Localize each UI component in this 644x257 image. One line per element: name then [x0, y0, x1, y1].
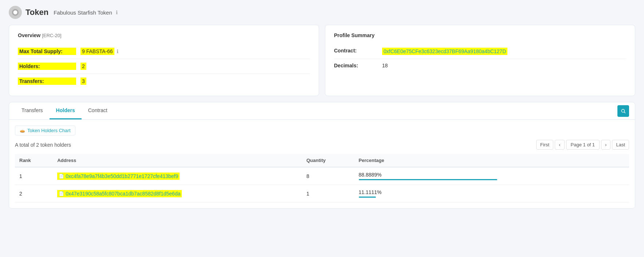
decimals-label: Decimals:: [334, 63, 378, 68]
percentage-bar: [359, 179, 497, 180]
tabs-header: Transfers Holders Contract: [9, 102, 635, 120]
pie-chart-icon: 🥧: [20, 128, 25, 133]
transfers-value: 3: [80, 78, 86, 85]
col-address: Address: [53, 154, 302, 167]
cards-row: Overview [ERC-20] Max Total Supply: 9 FA…: [9, 25, 635, 96]
file-icon: 📄: [59, 191, 64, 196]
page-info: Page 1 of 1: [566, 140, 600, 150]
first-page-button[interactable]: First: [536, 140, 553, 150]
tab-holders[interactable]: Holders: [50, 102, 82, 119]
pagination: First ‹ Page 1 of 1 › Last: [536, 140, 629, 150]
svg-point-1: [621, 109, 624, 112]
profile-row-decimals: Decimals: 18: [334, 59, 626, 72]
tabs-section: Transfers Holders Contract 🥧 Token Holde…: [9, 102, 635, 209]
cell-percentage: 88.8889%: [354, 167, 629, 185]
table-head: Rank Address Quantity Percentage: [15, 154, 629, 167]
holders-label: Holders:: [18, 63, 76, 70]
col-percentage: Percentage: [354, 154, 629, 167]
cell-quantity: 8: [302, 167, 354, 185]
table-row: 1📄0xc4fa78e9a7f4b3e50dd1b2771e1727cfe413…: [15, 167, 629, 185]
col-quantity: Quantity: [302, 154, 354, 167]
percentage-value: 11.1111%: [359, 189, 382, 195]
page-title: Token: [25, 8, 48, 17]
cell-percentage: 11.1111%: [354, 185, 629, 202]
tab-transfers[interactable]: Transfers: [15, 102, 50, 119]
svg-line-2: [624, 112, 625, 113]
token-icon: [9, 6, 22, 19]
overview-row-transfers: Transfers: 3: [18, 74, 310, 88]
overview-card: Overview [ERC-20] Max Total Supply: 9 FA…: [9, 25, 319, 96]
info-icon[interactable]: ℹ: [116, 9, 118, 15]
cell-address: 📄0x47e3190c58a5fc807bca1db7ac8582d8f1d5e…: [53, 185, 302, 202]
holders-value-text: 2: [80, 63, 86, 70]
tab-contract[interactable]: Contract: [82, 102, 114, 119]
tab-content: 🥧 Token Holders Chart A total of 2 token…: [9, 120, 635, 208]
percentage-value: 88.8889%: [359, 172, 382, 178]
overview-row-supply: Max Total Supply: 9 FABSTA-66 ℹ: [18, 44, 310, 59]
profile-card: Profile Summary Contract: 0xfC6E0e75CFe3…: [325, 25, 635, 96]
table-body: 1📄0xc4fa78e9a7f4b3e50dd1b2771e1727cfe413…: [15, 167, 629, 202]
prev-page-button[interactable]: ‹: [555, 140, 564, 150]
supply-label: Max Total Supply:: [18, 48, 76, 55]
percentage-bar: [359, 197, 376, 198]
chart-button[interactable]: 🥧 Token Holders Chart: [15, 126, 75, 135]
main-content: Overview [ERC-20] Max Total Supply: 9 FA…: [0, 25, 644, 217]
holders-summary-row: A total of 2 token holders First ‹ Page …: [15, 140, 629, 150]
supply-value-text: 9 FABSTA-66: [80, 48, 114, 55]
address-link[interactable]: 📄0x47e3190c58a5fc807bca1db7ac8582d8f1d5e…: [57, 190, 182, 197]
profile-row-contract: Contract: 0xfC6E0e75CFe3c6323ecd37BF69Aa…: [334, 44, 626, 59]
supply-info-icon[interactable]: ℹ: [117, 48, 118, 54]
address-link[interactable]: 📄0xc4fa78e9a7f4b3e50dd1b2771e1727cfe413b…: [57, 173, 180, 180]
token-name: Fabulous Starfish Token: [54, 9, 112, 16]
table-row: 2📄0x47e3190c58a5fc807bca1db7ac8582d8f1d5…: [15, 185, 629, 202]
profile-card-title: Profile Summary: [334, 32, 626, 38]
next-page-button[interactable]: ›: [601, 140, 610, 150]
last-page-button[interactable]: Last: [612, 140, 629, 150]
tabs-list: Transfers Holders Contract: [15, 102, 114, 119]
search-button[interactable]: [617, 105, 629, 117]
supply-value: 9 FABSTA-66 ℹ: [80, 48, 118, 55]
contract-address-link[interactable]: 0xfC6E0e75CFe3c6323ecd37BF69Aa9180a4bC12…: [382, 48, 507, 55]
cell-rank: 1: [15, 167, 53, 185]
holders-summary-text: A total of 2 token holders: [15, 142, 71, 148]
cell-quantity: 1: [302, 185, 354, 202]
contract-label: Contract:: [334, 48, 378, 54]
decimals-value: 18: [382, 63, 388, 68]
transfers-value-text: 3: [80, 78, 86, 85]
transfers-label: Transfers:: [18, 78, 76, 85]
overview-row-holders: Holders: 2: [18, 59, 310, 74]
holders-value: 2: [80, 63, 86, 70]
overview-card-title: Overview [ERC-20]: [18, 32, 310, 38]
erc-badge: [ERC-20]: [42, 33, 61, 38]
page-header: Token Fabulous Starfish Token ℹ: [0, 0, 644, 25]
file-icon: 📄: [59, 174, 64, 179]
cell-address: 📄0xc4fa78e9a7f4b3e50dd1b2771e1727cfe413b…: [53, 167, 302, 185]
cell-rank: 2: [15, 185, 53, 202]
col-rank: Rank: [15, 154, 53, 167]
holders-table: Rank Address Quantity Percentage 1📄0xc4f…: [15, 154, 629, 202]
